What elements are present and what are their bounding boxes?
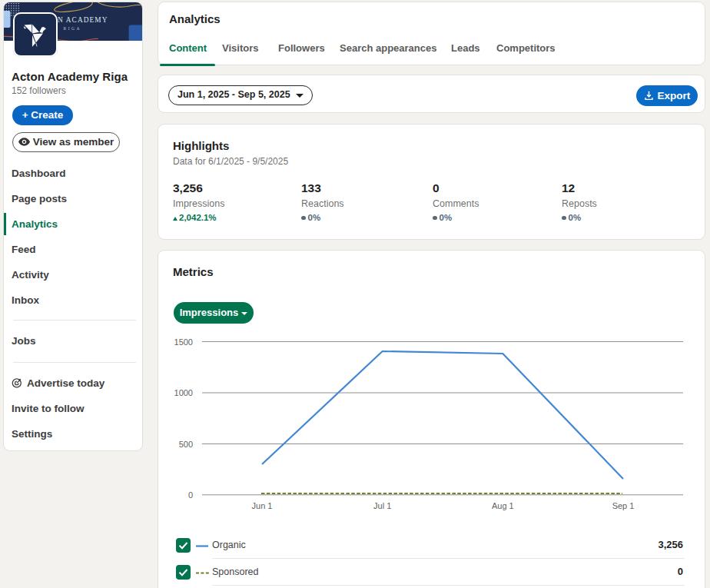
svg-text:RIGA: RIGA — [64, 26, 81, 31]
svg-text:0: 0 — [188, 490, 193, 500]
svg-text:1000: 1000 — [174, 388, 193, 397]
svg-text:1500: 1500 — [174, 337, 193, 347]
svg-text:Jun 1: Jun 1 — [252, 501, 273, 510]
svg-text:500: 500 — [179, 440, 193, 449]
svg-text:Aug 1: Aug 1 — [492, 501, 514, 510]
svg-text:Jul 1: Jul 1 — [373, 501, 391, 510]
svg-text:Sep 1: Sep 1 — [612, 501, 635, 510]
